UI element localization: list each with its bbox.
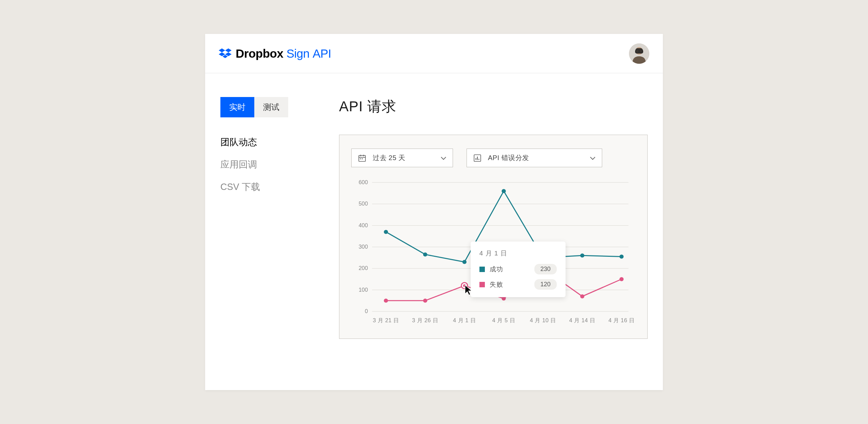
svg-point-47: [619, 255, 624, 259]
svg-point-46: [580, 253, 584, 257]
chevron-down-icon: [440, 156, 447, 160]
tooltip-row-fail: 失败 120: [479, 279, 557, 290]
svg-text:400: 400: [359, 222, 368, 228]
svg-point-41: [384, 230, 388, 234]
svg-point-49: [423, 298, 427, 303]
svg-rect-10: [359, 155, 366, 161]
svg-marker-0: [219, 48, 225, 52]
svg-text:300: 300: [359, 244, 368, 250]
tab-test[interactable]: 测试: [254, 97, 288, 117]
main: API 请求 过去 25 天: [339, 97, 648, 377]
tooltip-success-value: 230: [534, 264, 557, 274]
svg-rect-15: [362, 158, 363, 159]
swatch-fail-icon: [479, 282, 485, 287]
metric-dropdown[interactable]: API 错误分发: [467, 149, 602, 167]
sidebar: 实时 测试 团队动态 应用回调 CSV 下载: [220, 97, 315, 377]
avatar-image-icon: [629, 43, 649, 64]
swatch-success-icon: [479, 267, 485, 272]
tab-live[interactable]: 实时: [220, 97, 254, 117]
date-range-dropdown[interactable]: 过去 25 天: [351, 149, 453, 167]
chart-area[interactable]: 01002003004005006003 月 21 日3 月 26 日4 月 1…: [351, 179, 635, 328]
nav-app-callbacks[interactable]: 应用回调: [220, 158, 315, 171]
bar-chart-icon: [473, 154, 482, 162]
svg-text:200: 200: [359, 265, 368, 271]
svg-point-51: [463, 284, 466, 287]
svg-point-44: [502, 189, 506, 193]
nav-csv-download[interactable]: CSV 下载: [220, 181, 315, 193]
body: 实时 测试 团队动态 应用回调 CSV 下载 API 请求: [205, 73, 663, 390]
brand-part-3: API: [313, 47, 331, 60]
dropbox-logo-icon: [219, 47, 232, 60]
tooltip-success-label: 成功: [490, 265, 530, 274]
tooltip-title: 4 月 1 日: [479, 249, 557, 258]
brand: Dropbox Sign API: [219, 47, 331, 60]
nav-team-activity[interactable]: 团队动态: [220, 136, 315, 148]
svg-text:4 月 10 日: 4 月 10 日: [530, 317, 556, 323]
page-title: API 请求: [339, 97, 648, 116]
chart-tooltip: 4 月 1 日 成功 230 失败 120: [471, 242, 566, 297]
svg-text:4 月 5 日: 4 月 5 日: [492, 317, 515, 323]
svg-point-54: [580, 294, 584, 298]
svg-point-48: [384, 298, 388, 303]
svg-text:4 月 16 日: 4 月 16 日: [608, 317, 634, 323]
svg-point-42: [423, 252, 427, 256]
brand-part-2: Sign: [287, 47, 310, 60]
tooltip-fail-value: 120: [534, 279, 557, 290]
chart-panel: 过去 25 天 API 错误分发: [339, 135, 648, 339]
tooltip-fail-label: 失败: [490, 280, 530, 289]
header: Dropbox Sign API: [205, 34, 663, 73]
svg-text:4 月 14 日: 4 月 14 日: [569, 317, 595, 323]
svg-rect-14: [360, 158, 361, 159]
metric-label: API 错误分发: [488, 153, 584, 162]
svg-marker-4: [222, 55, 228, 58]
dropdown-row: 过去 25 天 API 错误分发: [351, 149, 635, 167]
svg-marker-1: [225, 48, 232, 52]
brand-part-1: Dropbox: [236, 47, 283, 60]
svg-text:600: 600: [359, 179, 368, 185]
avatar[interactable]: [629, 43, 649, 64]
dashboard-window: Dropbox Sign API 实时 测试 团队动态: [205, 34, 663, 390]
mode-tabs: 实时 测试: [220, 97, 315, 117]
svg-point-43: [462, 260, 467, 264]
nav-list: 团队动态 应用回调 CSV 下载: [220, 136, 315, 193]
svg-text:0: 0: [365, 308, 368, 314]
calendar-icon: [358, 154, 367, 162]
brand-text: Dropbox Sign API: [236, 47, 331, 60]
svg-text:3 月 21 日: 3 月 21 日: [373, 317, 399, 323]
svg-text:4 月 1 日: 4 月 1 日: [453, 317, 476, 323]
date-range-label: 过去 25 天: [373, 153, 434, 162]
chevron-down-icon: [590, 156, 596, 160]
svg-point-55: [619, 277, 624, 281]
tooltip-row-success: 成功 230: [479, 264, 557, 274]
svg-text:500: 500: [359, 200, 368, 207]
svg-text:3 月 26 日: 3 月 26 日: [412, 317, 438, 323]
svg-text:100: 100: [359, 287, 368, 293]
